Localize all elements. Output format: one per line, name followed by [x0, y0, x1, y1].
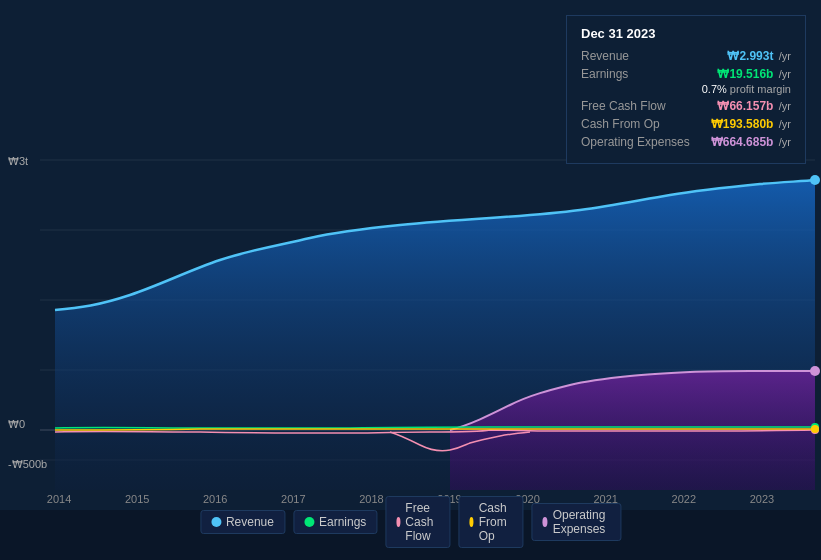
legend-label-opexp: Operating Expenses — [553, 508, 610, 536]
tooltip-date: Dec 31 2023 — [581, 26, 791, 41]
tooltip-value-revenue: ₩2.993t /yr — [727, 49, 791, 63]
x-label-2014: 2014 — [47, 493, 71, 505]
legend-dot-earnings — [304, 517, 314, 527]
x-label-2022: 2022 — [672, 493, 696, 505]
legend-dot-fcf — [396, 517, 400, 527]
legend-label-fcf: Free Cash Flow — [405, 501, 439, 543]
svg-point-8 — [810, 366, 820, 376]
tooltip-label-revenue: Revenue — [581, 49, 629, 63]
legend-label-cashop: Cash From Op — [479, 501, 513, 543]
tooltip-row-fcf: Free Cash Flow ₩66.157b /yr — [581, 99, 791, 113]
legend-item-revenue[interactable]: Revenue — [200, 510, 285, 534]
legend-item-fcf[interactable]: Free Cash Flow — [385, 496, 450, 548]
tooltip-profit-margin-text: 0.7% profit margin — [702, 83, 791, 95]
tooltip-profit-margin: 0.7% profit margin — [581, 83, 791, 95]
legend-label-earnings: Earnings — [319, 515, 366, 529]
svg-point-12 — [811, 425, 819, 433]
chart-legend: Revenue Earnings Free Cash Flow Cash Fro… — [200, 496, 621, 548]
tooltip-row-cashop: Cash From Op ₩193.580b /yr — [581, 117, 791, 131]
tooltip-value-cashop: ₩193.580b /yr — [711, 117, 791, 131]
data-tooltip: Dec 31 2023 Revenue ₩2.993t /yr Earnings… — [566, 15, 806, 164]
tooltip-label-fcf: Free Cash Flow — [581, 99, 666, 113]
tooltip-value-earnings: ₩19.516b /yr — [717, 67, 791, 81]
x-label-2023: 2023 — [750, 493, 774, 505]
tooltip-row-earnings: Earnings ₩19.516b /yr — [581, 67, 791, 81]
x-label-2015: 2015 — [125, 493, 149, 505]
tooltip-value-opexp: ₩664.685b /yr — [711, 135, 791, 149]
legend-dot-cashop — [469, 517, 473, 527]
svg-point-7 — [810, 175, 820, 185]
legend-dot-opexp — [542, 517, 547, 527]
legend-label-revenue: Revenue — [226, 515, 274, 529]
tooltip-label-earnings: Earnings — [581, 67, 628, 81]
y-label-neg500: -₩500b — [8, 458, 47, 471]
legend-item-opexp[interactable]: Operating Expenses — [531, 503, 621, 541]
legend-item-cashop[interactable]: Cash From Op — [458, 496, 523, 548]
tooltip-value-fcf: ₩66.157b /yr — [717, 99, 791, 113]
tooltip-row-opexp: Operating Expenses ₩664.685b /yr — [581, 135, 791, 149]
legend-dot-revenue — [211, 517, 221, 527]
y-label-3t: ₩3t — [8, 155, 28, 168]
y-label-0: ₩0 — [8, 418, 25, 431]
legend-item-earnings[interactable]: Earnings — [293, 510, 377, 534]
tooltip-row-revenue: Revenue ₩2.993t /yr — [581, 49, 791, 63]
tooltip-label-cashop: Cash From Op — [581, 117, 660, 131]
tooltip-label-opexp: Operating Expenses — [581, 135, 690, 149]
